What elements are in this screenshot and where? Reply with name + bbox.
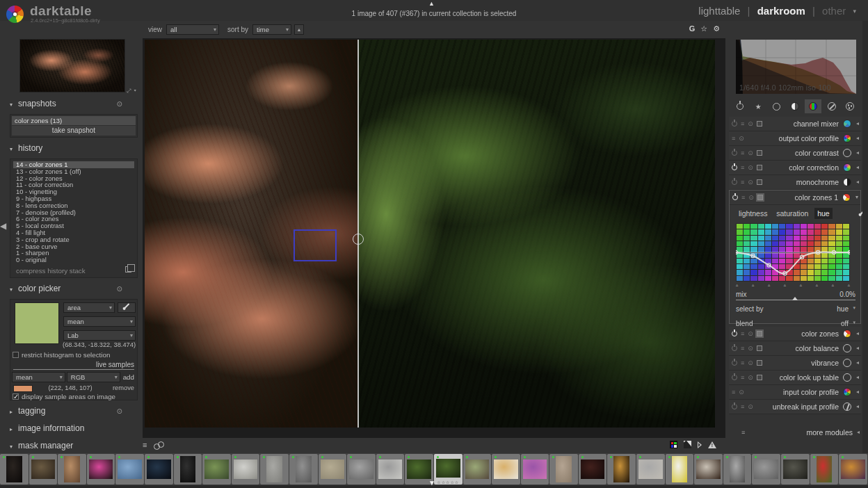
filmstrip-thumbnail[interactable]: ☆☆☆☆☆ bbox=[202, 454, 231, 485]
module-presets-icon[interactable] bbox=[757, 121, 762, 127]
add-sample-button[interactable]: add bbox=[122, 372, 136, 382]
filmstrip-thumbnail[interactable]: ☆☆☆☆☆ bbox=[492, 454, 520, 485]
display-samples-checkbox-row[interactable]: display sample areas on image bbox=[10, 393, 137, 402]
module-row[interactable]: ≡ ⊙ monochrome ◂ bbox=[729, 175, 861, 190]
module-label[interactable]: monochrome bbox=[796, 178, 839, 186]
reset-icon[interactable]: ⊙ bbox=[117, 407, 122, 415]
checkbox-icon[interactable] bbox=[13, 352, 19, 358]
color-picker-area-rectangle[interactable] bbox=[294, 229, 337, 261]
snapshot-item[interactable]: color zones (13) bbox=[12, 116, 136, 125]
filmstrip-thumbnail[interactable]: ☆☆☆☆☆ bbox=[607, 454, 636, 485]
module-label[interactable]: color zones bbox=[801, 330, 839, 338]
module-row[interactable]: ≡ ⊙ output color profile ◂ bbox=[729, 131, 861, 146]
restrict-histogram-checkbox-row[interactable]: restrict histogram to selection bbox=[10, 351, 137, 360]
module-reset-icon[interactable]: ⊙ bbox=[748, 403, 753, 410]
filmstrip-thumbnail[interactable]: ☆☆☆☆☆ bbox=[666, 454, 694, 485]
raw-overexposed-icon[interactable] bbox=[698, 441, 702, 448]
collapse-filmstrip-icon[interactable]: ▼ bbox=[428, 479, 435, 487]
module-collapse-icon[interactable]: ◂ bbox=[856, 135, 859, 141]
color-zones-curve-area[interactable] bbox=[736, 223, 850, 282]
picker-space-select[interactable]: Lab bbox=[63, 330, 136, 341]
snapshots-header[interactable]: ▾ snapshots ⊙ bbox=[0, 99, 139, 112]
module-row[interactable]: ≡ ⊙ channel mixer ◂ bbox=[729, 117, 861, 131]
module-label[interactable]: color zones 1 bbox=[795, 193, 838, 202]
module-presets-icon[interactable] bbox=[757, 150, 762, 156]
collapse-top-panel-icon[interactable]: ▲ bbox=[428, 0, 435, 7]
group-basic-tab[interactable] bbox=[769, 99, 785, 113]
preferences-gear-icon[interactable]: ⚙ bbox=[713, 24, 720, 33]
navigation-thumbnail[interactable] bbox=[19, 39, 125, 92]
module-collapse-icon[interactable]: ◂ bbox=[856, 389, 859, 395]
mask-manager-header[interactable]: ▾ mask manager bbox=[0, 441, 139, 454]
module-collapse-icon[interactable]: ◂ bbox=[856, 149, 859, 156]
duplicate-compare-icon[interactable] bbox=[154, 441, 163, 449]
picker-mode-select[interactable]: area bbox=[63, 302, 115, 313]
filmstrip-thumbnail[interactable]: ☆☆☆☆☆ bbox=[347, 454, 376, 485]
module-power-icon[interactable] bbox=[732, 165, 737, 170]
module-instance-icon[interactable]: ≡ bbox=[741, 164, 744, 171]
collapse-left-panel-icon[interactable]: ◀ bbox=[0, 221, 6, 231]
module-label[interactable]: color correction bbox=[789, 163, 839, 172]
filmstrip-thumbnail[interactable]: ☆☆☆☆☆ bbox=[260, 454, 289, 485]
module-power-icon[interactable] bbox=[732, 360, 737, 366]
module-row[interactable]: ≡ ⊙ unbreak input profile ◂ bbox=[729, 400, 861, 414]
module-power-icon[interactable] bbox=[732, 195, 738, 200]
module-power-icon[interactable] bbox=[732, 375, 737, 380]
view-lighttable[interactable]: lighttable bbox=[698, 5, 740, 17]
grouping-icon[interactable]: G bbox=[689, 24, 696, 33]
reset-icon[interactable]: ⊙ bbox=[117, 100, 122, 108]
module-collapse-icon[interactable]: ◂ bbox=[856, 330, 859, 336]
module-presets-icon[interactable] bbox=[757, 360, 762, 366]
module-presets-icon[interactable] bbox=[757, 179, 762, 185]
module-reset-icon[interactable]: ⊙ bbox=[748, 374, 753, 381]
filmstrip-thumbnail[interactable]: ☆☆☆☆☆ bbox=[58, 454, 86, 485]
darkroom-canvas[interactable] bbox=[143, 38, 725, 438]
module-row[interactable]: ≡ ⊙ color zones ◂ bbox=[729, 327, 861, 341]
module-label[interactable]: channel mixer bbox=[794, 120, 839, 128]
slider-handle-icon[interactable] bbox=[792, 297, 798, 300]
filmstrip-thumbnail[interactable]: ☆☆☆☆☆ bbox=[145, 454, 173, 485]
module-label[interactable]: input color profile bbox=[783, 388, 839, 396]
group-correction-tab[interactable] bbox=[823, 99, 840, 113]
module-row[interactable]: ≡ ⊙ color contrast ◂ bbox=[729, 146, 861, 161]
group-active-tab[interactable] bbox=[732, 99, 748, 113]
history-header[interactable]: ▾ history bbox=[0, 143, 139, 156]
filmstrip-thumbnail[interactable]: ☆☆☆☆☆ bbox=[289, 454, 318, 485]
history-item[interactable]: 0 - original bbox=[13, 257, 134, 263]
filmstrip-thumbnail[interactable]: ☆☆☆☆☆ bbox=[29, 454, 58, 485]
module-row[interactable]: ≡ ⊙ color look up table ◂ bbox=[729, 371, 861, 385]
filmstrip-thumbnail[interactable]: ☆☆☆☆☆ bbox=[463, 454, 492, 485]
filmstrip-thumbnail[interactable]: ☆☆☆☆☆ bbox=[319, 454, 347, 485]
module-instance-icon[interactable]: ≡ bbox=[741, 120, 744, 127]
module-power-icon[interactable] bbox=[732, 179, 737, 185]
module-presets-icon[interactable] bbox=[757, 331, 762, 336]
color-zones-tab[interactable]: hue bbox=[814, 208, 833, 219]
filmstrip-thumbnail[interactable]: ☆☆☆☆☆ bbox=[434, 454, 463, 485]
module-label[interactable]: color contrast bbox=[795, 149, 839, 157]
filmstrip-thumbnail[interactable]: ☆☆☆☆☆ bbox=[839, 454, 867, 485]
module-collapse-icon[interactable]: ◂ bbox=[856, 179, 859, 185]
module-reset-icon[interactable]: ⊙ bbox=[748, 194, 754, 201]
checkbox-checked-icon[interactable] bbox=[13, 393, 19, 400]
presets-menu-icon[interactable]: ≡ bbox=[741, 429, 745, 436]
overlays-star-icon[interactable]: ☆ bbox=[700, 24, 707, 33]
tagging-header[interactable]: ▸ tagging ⊙ bbox=[0, 406, 139, 419]
remove-sample-button[interactable]: remove bbox=[113, 384, 134, 391]
color-picker-button[interactable] bbox=[118, 302, 136, 313]
module-power-icon[interactable] bbox=[732, 345, 737, 351]
sample-stat-select[interactable]: mean bbox=[12, 372, 65, 382]
color-picker-header[interactable]: ▾ color picker ⊙ bbox=[0, 284, 139, 297]
filmstrip-thumbnail[interactable]: ☆☆☆☆☆ bbox=[0, 454, 29, 485]
reset-icon[interactable]: ⊙ bbox=[117, 285, 122, 293]
module-instance-icon[interactable]: ≡ bbox=[741, 359, 744, 366]
filmstrip-thumbnail[interactable]: ☆☆☆☆☆ bbox=[810, 454, 839, 485]
module-instance-icon[interactable]: ≡ bbox=[741, 345, 744, 352]
filmstrip-thumbnail[interactable]: ☆☆☆☆☆ bbox=[174, 454, 202, 485]
module-instance-icon[interactable]: ≡ bbox=[741, 179, 744, 186]
filmstrip-thumbnail[interactable]: ☆☆☆☆☆ bbox=[521, 454, 549, 485]
filmstrip-thumbnail[interactable]: ☆☆☆☆☆ bbox=[723, 454, 752, 485]
module-power-icon[interactable] bbox=[732, 331, 737, 336]
filmstrip-thumbnail[interactable]: ☆☆☆☆☆ bbox=[549, 454, 578, 485]
color-zones-tab[interactable]: lightness bbox=[736, 208, 770, 219]
module-reset-icon[interactable]: ⊙ bbox=[739, 135, 744, 142]
